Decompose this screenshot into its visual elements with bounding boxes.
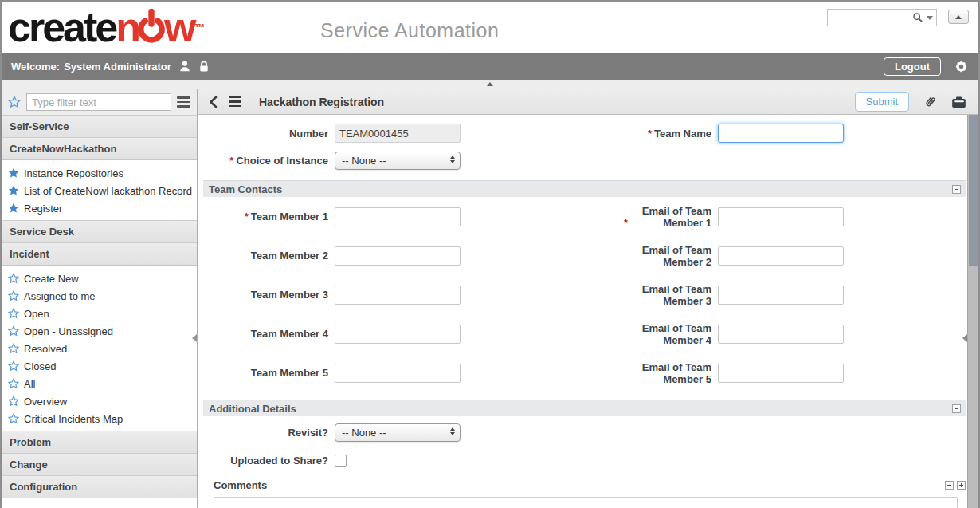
team-member-input[interactable] <box>335 325 461 344</box>
star-outline-icon[interactable] <box>8 343 19 354</box>
team-member-row: Team Member 5Email of Team Member 5 <box>204 353 967 392</box>
user-name: System Administrator <box>64 61 171 73</box>
vertical-scrollbar[interactable] <box>967 115 978 508</box>
team-member-input[interactable] <box>335 286 461 305</box>
email-of-team-member-input[interactable] <box>718 364 844 383</box>
sidebar-section-createnowhackathon[interactable]: CreateNowHackathon <box>2 137 197 160</box>
search-icon[interactable] <box>912 12 923 23</box>
user-icon[interactable] <box>178 60 191 73</box>
comments-textarea[interactable] <box>214 497 958 508</box>
briefcase-icon[interactable] <box>951 95 967 109</box>
navigator-filter-input[interactable] <box>26 93 171 111</box>
grow-textarea-icon[interactable] <box>957 481 966 490</box>
star-outline-icon[interactable] <box>8 273 19 284</box>
scrollbar-thumb[interactable] <box>969 115 978 266</box>
sidebar-section-configuration[interactable]: Configuration <box>2 475 197 498</box>
collapse-banner-arrow-icon[interactable] <box>487 82 493 86</box>
team-member-input[interactable] <box>335 207 461 226</box>
team-member-label: *Team Member 1 <box>204 211 335 222</box>
sidebar-item-create-new[interactable]: Create New <box>2 270 197 287</box>
collapse-section-icon[interactable] <box>952 185 961 194</box>
sidebar-item-open-unassigned[interactable]: Open - Unassigned <box>2 322 197 340</box>
submit-button[interactable]: Submit <box>855 92 909 112</box>
choice-of-instance-row: *Choice of Instance -- None -- <box>204 152 967 170</box>
uploaded-to-share-checkbox[interactable] <box>335 455 347 467</box>
banner-collapse-button[interactable] <box>948 10 969 24</box>
sidebar-item-overview[interactable]: Overview <box>2 392 197 410</box>
sidebar-item-label: Closed <box>24 360 56 372</box>
email-of-team-member-input[interactable] <box>718 325 844 344</box>
sidebar-section-incident[interactable]: Incident <box>2 242 197 266</box>
sidebar-section-change[interactable]: Change <box>2 453 197 476</box>
additional-details-section-title: Additional Details <box>209 403 296 415</box>
star-outline-icon[interactable] <box>8 378 19 389</box>
sidebar-item-critical-incidents-map[interactable]: Critical Incidents Map <box>2 410 197 427</box>
uploaded-to-share-label: Uploaded to Share? <box>204 455 335 467</box>
sidebar-section-problem[interactable]: Problem <box>2 431 197 454</box>
email-of-team-member-input[interactable] <box>718 286 844 305</box>
favorites-star-icon[interactable] <box>8 96 21 108</box>
gear-icon[interactable] <box>954 59 969 74</box>
star-filled-icon[interactable] <box>8 185 19 196</box>
sidebar-item-list-of-createnowhackathon-record[interactable]: List of CreateNowHackathon Record <box>2 182 197 199</box>
sidebar-item-label: List of CreateNowHackathon Record <box>24 185 192 197</box>
navigator-menu-icon[interactable] <box>177 96 190 108</box>
sidebar-item-label: Open <box>24 308 49 320</box>
sidebar-collapse-handle[interactable] <box>192 334 197 342</box>
global-search-input[interactable] <box>833 11 912 24</box>
form-body: Number *Team Name *Choice of Instance --… <box>198 115 967 508</box>
arrow-up-icon <box>955 15 962 19</box>
sidebar-item-instance-repositories[interactable]: Instance Repositories <box>2 164 197 182</box>
sidebar-item-resolved[interactable]: Resolved <box>2 340 197 357</box>
star-outline-icon[interactable] <box>8 308 19 319</box>
team-member-label: Team Member 5 <box>204 367 335 379</box>
form-context-menu-icon[interactable] <box>229 96 241 108</box>
sidebar-item-assigned-to-me[interactable]: Assigned to me <box>2 287 197 305</box>
star-filled-icon[interactable] <box>8 203 19 214</box>
shrink-textarea-icon[interactable] <box>945 481 954 490</box>
createnow-logo: createnw™ <box>8 2 205 53</box>
sidebar-item-all[interactable]: All <box>2 375 197 392</box>
right-pane-collapse-handle[interactable] <box>962 334 967 342</box>
sidebar-item-closed[interactable]: Closed <box>2 357 197 375</box>
star-outline-icon[interactable] <box>8 290 19 301</box>
star-filled-icon[interactable] <box>8 167 19 179</box>
team-name-input-wrap <box>718 124 844 143</box>
search-options-caret-icon[interactable] <box>927 16 933 20</box>
sidebar-item-open[interactable]: Open <box>2 305 197 322</box>
star-outline-icon[interactable] <box>8 325 19 337</box>
team-member-input[interactable] <box>335 364 461 383</box>
email-of-team-member-label: Email of Team Member 3 <box>461 283 718 307</box>
sidebar-item-label: Create New <box>24 273 79 285</box>
sidebar-item-label: Resolved <box>24 343 67 355</box>
logout-button[interactable]: Logout <box>884 57 941 76</box>
attachment-paperclip-icon[interactable] <box>922 94 938 110</box>
revisit-select[interactable]: -- None -- <box>335 423 461 442</box>
comments-label: Comments <box>214 479 267 491</box>
star-outline-icon[interactable] <box>8 360 19 372</box>
sidebar-item-label: Critical Incidents Map <box>24 413 123 425</box>
lock-icon[interactable] <box>198 60 210 73</box>
star-outline-icon[interactable] <box>8 413 19 424</box>
logo-now-w: w <box>164 6 194 48</box>
navigator-filter-row <box>2 89 197 116</box>
sidebar-item-register[interactable]: Register <box>2 199 197 217</box>
star-outline-icon[interactable] <box>8 396 19 407</box>
sidebar-section-service-desk[interactable]: Service Desk <box>2 220 197 243</box>
application-navigator: Self-ServiceCreateNowHackathonInstance R… <box>2 89 198 508</box>
header-collapse-strip <box>2 80 978 89</box>
collapse-section-icon[interactable] <box>952 404 961 413</box>
logo-now-n: n <box>116 6 139 48</box>
team-name-input[interactable] <box>718 124 844 143</box>
application-window: createnw™ Service Automation Welcome: Sy… <box>0 0 980 508</box>
choice-of-instance-select[interactable]: -- None -- <box>335 152 461 170</box>
number-input[interactable] <box>335 124 461 143</box>
team-member-row: Team Member 3Email of Team Member 3 <box>204 275 967 314</box>
back-icon[interactable] <box>209 96 218 108</box>
sidebar-section-self-service[interactable]: Self-Service <box>2 115 197 138</box>
choice-of-instance-value: -- None -- <box>342 155 386 167</box>
email-of-team-member-input[interactable] <box>718 207 844 226</box>
email-of-team-member-input[interactable] <box>718 246 844 266</box>
text-cursor <box>723 128 723 139</box>
team-member-input[interactable] <box>335 246 461 266</box>
